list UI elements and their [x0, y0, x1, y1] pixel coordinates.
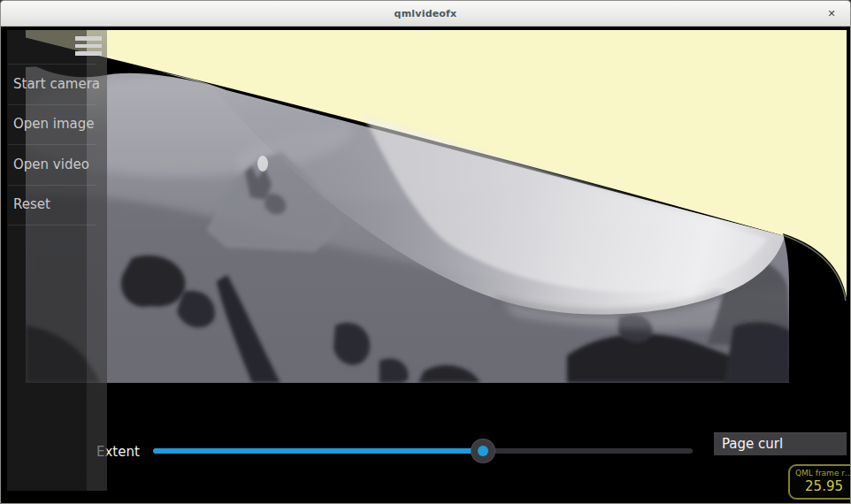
slider-fill: [153, 448, 483, 454]
extent-slider[interactable]: [153, 448, 693, 454]
app-window: qmlvideofx ✕: [0, 0, 851, 504]
sidebar-panel: [7, 30, 87, 491]
menu-separator: [8, 185, 96, 186]
fps-readout: QML frame r… 25.95: [788, 464, 850, 500]
app-surface: Extent Page curl QML frame r… 25.95 Star…: [1, 27, 850, 503]
close-button[interactable]: ✕: [820, 1, 843, 26]
effect-select-button[interactable]: Page curl: [714, 432, 847, 455]
close-icon: ✕: [827, 8, 835, 19]
titlebar: qmlvideofx ✕: [1, 1, 850, 27]
sidebar-item-start-camera[interactable]: Start camera: [13, 76, 100, 92]
hamburger-icon: [75, 36, 102, 41]
fps-value: 25.95: [795, 478, 850, 494]
sidebar-item-reset[interactable]: Reset: [13, 196, 50, 212]
menu-button[interactable]: [75, 36, 102, 56]
menu-separator: [8, 144, 96, 145]
menu-separator: [8, 225, 96, 225]
window-title: qmlvideofx: [1, 1, 850, 26]
menu-separator: [8, 64, 96, 65]
sidebar-item-open-video[interactable]: Open video: [13, 157, 89, 172]
slider-handle[interactable]: [471, 439, 495, 463]
slider-handle-dot: [478, 446, 488, 456]
sidebar-item-open-image[interactable]: Open image: [13, 116, 95, 132]
sidebar-panel-edge: [87, 30, 107, 491]
fps-label: QML frame r…: [795, 469, 850, 477]
menu-separator: [8, 104, 96, 105]
